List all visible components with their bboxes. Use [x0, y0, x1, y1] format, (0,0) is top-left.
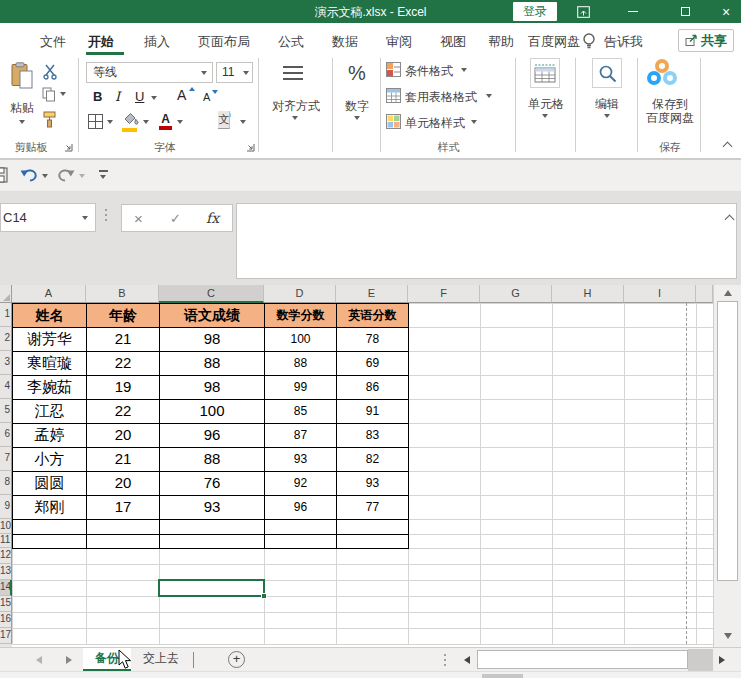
- cell-A10[interactable]: [13, 520, 87, 535]
- row-header-1[interactable]: 1: [0, 303, 12, 327]
- increase-font-button[interactable]: A: [177, 87, 186, 103]
- header-cell[interactable]: 数学分数: [265, 304, 337, 328]
- number-button[interactable]: 数字: [334, 98, 380, 115]
- column-header-F[interactable]: F: [408, 285, 480, 303]
- column-header-H[interactable]: H: [552, 285, 624, 303]
- tab-help[interactable]: 帮助: [488, 33, 514, 51]
- tab-baidu-netdisk[interactable]: 百度网盘: [528, 33, 580, 51]
- conditional-formatting-caret[interactable]: [461, 68, 467, 72]
- alignment-button[interactable]: 对齐方式: [260, 98, 332, 115]
- select-all-corner[interactable]: [0, 285, 12, 303]
- cut-icon[interactable]: [42, 64, 58, 80]
- column-header-G[interactable]: G: [480, 285, 552, 303]
- cell-A8[interactable]: 圆圆: [13, 472, 87, 496]
- horizontal-scrollbar-thumb[interactable]: [477, 650, 688, 669]
- cell-B6[interactable]: 20: [87, 424, 160, 448]
- editing-button[interactable]: 编辑: [577, 96, 637, 113]
- column-header-partial[interactable]: [696, 285, 713, 303]
- column-header-C[interactable]: C: [159, 285, 264, 303]
- phonetic-guide-button[interactable]: wén 文: [218, 111, 231, 118]
- cell-B7[interactable]: 21: [87, 448, 160, 472]
- cell-C4[interactable]: 98: [160, 376, 265, 400]
- row-header-4[interactable]: 4: [0, 375, 12, 399]
- row-header-11[interactable]: 11: [0, 534, 12, 548]
- paste-label[interactable]: 粘贴: [4, 100, 40, 117]
- editing-caret[interactable]: [604, 114, 610, 118]
- undo-icon[interactable]: [20, 167, 38, 183]
- paste-button[interactable]: [4, 62, 40, 92]
- format-painter-icon[interactable]: [42, 111, 58, 128]
- cell-B3[interactable]: 22: [87, 352, 160, 376]
- row-header-12[interactable]: 12: [0, 548, 12, 564]
- cell-D4[interactable]: 99: [265, 376, 337, 400]
- cell-D11[interactable]: [265, 535, 337, 549]
- column-header-E[interactable]: E: [336, 285, 408, 303]
- cell-C10[interactable]: [160, 520, 265, 535]
- formula-bar-input[interactable]: [236, 203, 737, 279]
- sheet-nav-next-icon[interactable]: [66, 656, 72, 664]
- header-cell[interactable]: 年龄: [87, 304, 160, 328]
- alignment-caret[interactable]: [292, 116, 298, 120]
- vertical-scrollbar[interactable]: [713, 285, 741, 647]
- row-header-3[interactable]: 3: [0, 351, 12, 375]
- cell-C6[interactable]: 96: [160, 424, 265, 448]
- cell-E8[interactable]: 93: [337, 472, 409, 496]
- cell-A5[interactable]: 江忍: [13, 400, 87, 424]
- cell-E6[interactable]: 83: [337, 424, 409, 448]
- fill-handle[interactable]: [261, 593, 267, 599]
- header-cell[interactable]: 英语分数: [337, 304, 409, 328]
- name-box[interactable]: C14: [0, 203, 96, 232]
- collapse-ribbon-chevron-icon[interactable]: [723, 142, 733, 152]
- scrollbar-resize-grip[interactable]: [444, 654, 446, 669]
- number-caret[interactable]: [354, 116, 360, 120]
- vertical-scrollbar-thumb[interactable]: [717, 301, 738, 581]
- cell-B8[interactable]: 20: [87, 472, 160, 496]
- cell-C5[interactable]: 100: [160, 400, 265, 424]
- cell-B9[interactable]: 17: [87, 496, 160, 520]
- font-color-caret[interactable]: [177, 120, 183, 124]
- new-sheet-button[interactable]: +: [228, 651, 245, 668]
- close-button[interactable]: ×: [711, 0, 741, 23]
- column-header-B[interactable]: B: [86, 285, 159, 303]
- scroll-up-arrow-icon[interactable]: [724, 290, 732, 296]
- selected-cell-C14[interactable]: [158, 579, 265, 597]
- redo-icon[interactable]: [57, 167, 75, 183]
- row-header-6[interactable]: 6: [0, 423, 12, 447]
- cell-D7[interactable]: 93: [265, 448, 337, 472]
- format-as-table-button[interactable]: 套用表格格式: [405, 89, 477, 106]
- cell-B5[interactable]: 22: [87, 400, 160, 424]
- cell-C7[interactable]: 88: [160, 448, 265, 472]
- cell-E3[interactable]: 69: [337, 352, 409, 376]
- clipboard-dialog-launcher-icon[interactable]: [64, 143, 73, 152]
- cell-D8[interactable]: 92: [265, 472, 337, 496]
- cell-C2[interactable]: 98: [160, 328, 265, 352]
- font-name-combo[interactable]: 等线: [86, 62, 213, 83]
- fill-color-caret[interactable]: [143, 120, 149, 124]
- enter-icon[interactable]: ✓: [170, 211, 181, 226]
- cell-B2[interactable]: 21: [87, 328, 160, 352]
- cells-button[interactable]: 单元格: [517, 96, 575, 113]
- horizontal-scroll-track[interactable]: [688, 649, 713, 671]
- undo-caret[interactable]: [42, 174, 48, 178]
- row-header-2[interactable]: 2: [0, 327, 12, 351]
- row-header-7[interactable]: 7: [0, 447, 12, 471]
- cell-styles-caret[interactable]: [471, 120, 477, 124]
- scroll-right-arrow-icon[interactable]: [719, 656, 725, 664]
- cell-E10[interactable]: [337, 520, 409, 535]
- tab-home[interactable]: 开始: [88, 33, 114, 51]
- italic-button[interactable]: I: [115, 89, 120, 104]
- cell-C11[interactable]: [160, 535, 265, 549]
- font-size-combo[interactable]: 11: [216, 62, 253, 83]
- cell-styles-button[interactable]: 单元格样式: [405, 115, 465, 132]
- cell-D10[interactable]: [265, 520, 337, 535]
- sheet-nav-prev-icon[interactable]: [36, 656, 42, 664]
- cell-A3[interactable]: 寒暄璇: [13, 352, 87, 376]
- font-dialog-launcher-icon[interactable]: [246, 143, 255, 152]
- cell-A11[interactable]: [13, 535, 87, 549]
- redo-caret[interactable]: [79, 174, 85, 178]
- row-header-13[interactable]: 13: [0, 564, 12, 580]
- scroll-left-arrow-icon[interactable]: [464, 656, 470, 664]
- cell-B10[interactable]: [87, 520, 160, 535]
- column-header-D[interactable]: D: [264, 285, 336, 303]
- maximize-button[interactable]: [670, 0, 700, 23]
